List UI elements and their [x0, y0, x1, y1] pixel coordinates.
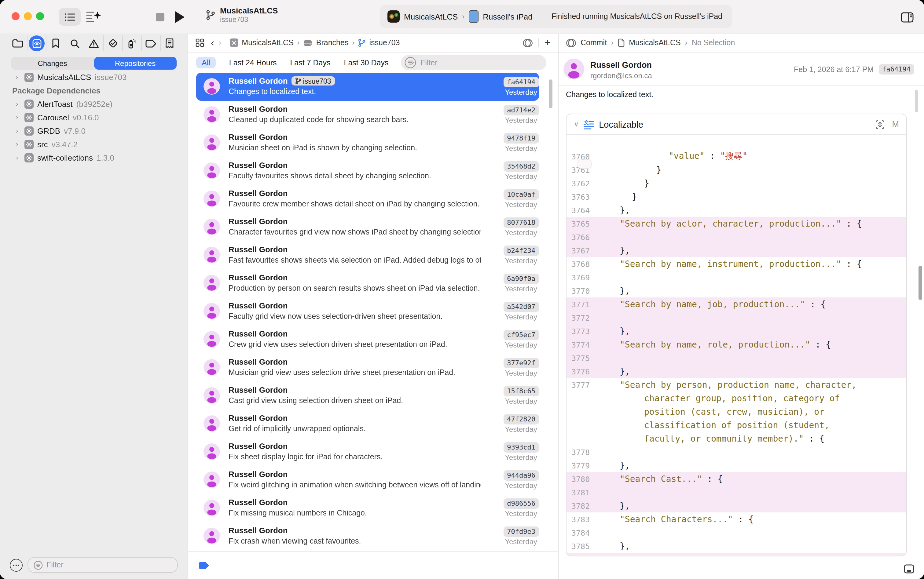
warning-icon — [88, 39, 99, 48]
commit-row[interactable]: Russell GordonGet rid of implicitly unwr… — [196, 410, 539, 438]
related-items-icon[interactable] — [195, 38, 204, 47]
history-filter-input[interactable]: Filter — [401, 55, 546, 70]
back-button[interactable]: ‹ — [211, 37, 214, 48]
tab-breakpoint-navigator[interactable] — [142, 36, 161, 51]
commit-row[interactable]: Russell GordonFix crash when viewing cas… — [196, 522, 539, 550]
commit-row[interactable]: Russell GordonFix missing musical number… — [196, 494, 539, 522]
add-editor-icon[interactable]: + — [544, 37, 550, 49]
tree-item-package[interactable]: ›AlertToast(b39252e) — [0, 97, 188, 111]
commit-row[interactable]: Russell GordonFaculty favourites shows d… — [196, 157, 539, 185]
list-icon — [64, 13, 75, 21]
breadcrumb-branch[interactable]: issue703 — [369, 38, 400, 47]
scope-tab-30d[interactable]: Last 30 Days — [344, 58, 389, 67]
tab-debug-navigator[interactable] — [123, 36, 141, 51]
commit-row[interactable]: Russell GordonFavourite crew member show… — [196, 185, 539, 213]
zoom-window-button[interactable] — [36, 12, 44, 20]
scope-tab-all[interactable]: All — [196, 57, 216, 69]
editor-bottom-bar-toggle[interactable] — [904, 564, 914, 574]
file-status-badge: M — [892, 120, 899, 129]
commit-row[interactable]: Russell GordonFaculty grid view now uses… — [196, 298, 539, 325]
disclosure-chevron-icon[interactable]: › — [16, 154, 21, 161]
commit-hash-badge: 70fd9e3 — [503, 527, 539, 537]
tab-repositories[interactable]: Repositories — [94, 57, 177, 70]
compose-intelligence-button[interactable] — [85, 8, 103, 25]
close-window-button[interactable] — [11, 12, 20, 20]
commit-date: Yesterday — [505, 538, 537, 546]
tree-item-package[interactable]: ›srcv3.47.2 — [0, 137, 188, 151]
commit-hash-badge: 47f2820 — [503, 414, 539, 424]
tree-item-package[interactable]: ›Carouselv0.16.0 — [0, 111, 188, 124]
commit-date: Yesterday — [505, 172, 537, 181]
detail-scrollbar[interactable] — [919, 266, 922, 300]
filter-options-button[interactable] — [10, 559, 23, 571]
collapse-chevron-icon[interactable]: ∨ — [574, 120, 579, 128]
commit-date: Yesterday — [505, 88, 537, 96]
tab-issue-navigator[interactable] — [85, 36, 103, 51]
code-line: 3780"Search Cast..." : { — [567, 472, 906, 486]
toggle-inspector-button[interactable] — [898, 10, 916, 25]
tab-source-control-navigator[interactable] — [28, 36, 46, 51]
tab-project-navigator[interactable] — [8, 36, 28, 51]
disclosure-chevron-icon[interactable]: › — [16, 141, 21, 148]
inspector-panel-icon — [901, 12, 913, 22]
commit-row[interactable]: Russell GordonMusician sheet on iPad is … — [196, 129, 539, 157]
forward-button[interactable]: › — [218, 37, 222, 48]
sidebar-filter-input[interactable]: Filter — [28, 557, 178, 573]
repo-icon — [25, 72, 34, 82]
activity-status: Finished running MusicalsAtLCS on Russel… — [552, 5, 722, 28]
breadcrumb-repo[interactable]: MusicalsAtLCS — [242, 38, 294, 47]
package-version: 1.3.0 — [97, 153, 114, 162]
breadcrumb-root[interactable]: Commit — [580, 38, 607, 47]
collapsed-region-indicator[interactable] — [578, 159, 591, 168]
scheme-selector[interactable]: MusicalsAtLCS › Russell's iPad — [387, 5, 532, 28]
expand-diff-icon[interactable] — [875, 119, 885, 130]
breadcrumb-group[interactable]: Branches — [316, 38, 349, 47]
tree-item-package[interactable]: ›GRDBv7.9.0 — [0, 124, 188, 137]
filter-icon — [34, 560, 43, 569]
commit-hash-badge: fa64194 — [503, 77, 539, 87]
stop-button[interactable] — [156, 13, 164, 21]
tree-item-package[interactable]: ›swift-collections1.3.0 — [0, 151, 188, 164]
counterparts-icon[interactable] — [566, 38, 576, 47]
tree-item-repository[interactable]: › MusicalsAtLCS issue703 — [0, 70, 188, 84]
commit-author: Russell Gordon — [229, 329, 288, 339]
tab-changes[interactable]: Changes — [11, 57, 94, 70]
commit-row[interactable]: Russell GordonCast grid view using selec… — [196, 382, 539, 410]
commit-row[interactable]: Russell GordonFix sheet display logic fo… — [196, 438, 539, 466]
code-line: 3775 — [567, 351, 906, 365]
commit-row[interactable]: Russell GordonFix weird glitching in ani… — [196, 466, 539, 494]
commit-row[interactable]: Russell GordonMusician grid view uses se… — [196, 353, 539, 382]
file-diff-header[interactable]: ∨ 文 Localizable M — [567, 114, 906, 135]
commit-row[interactable]: Russell GordonProduction by person on se… — [196, 269, 539, 298]
filter-icon — [405, 57, 416, 69]
message-scrollbar[interactable] — [915, 90, 918, 112]
commit-row[interactable]: Russell GordonCrew grid view uses select… — [196, 325, 539, 353]
commit-author: Russell Gordon — [229, 526, 288, 535]
minimize-window-button[interactable] — [24, 12, 32, 20]
commit-row[interactable]: Russell GordonCharacter favourites grid … — [196, 213, 539, 241]
commit-row[interactable]: Russell GordonFast favourites shows shee… — [196, 241, 539, 269]
breadcrumb-file[interactable]: MusicalsAtLCS — [629, 38, 681, 47]
code-line: 3785}, — [567, 539, 906, 553]
disclosure-chevron-icon[interactable]: › — [16, 127, 21, 134]
branch-tag-icon[interactable] — [198, 561, 210, 570]
run-button[interactable] — [175, 11, 185, 23]
scope-tab-24h[interactable]: Last 24 Hours — [229, 58, 277, 67]
toggle-navigator-button[interactable] — [59, 8, 81, 26]
code-line: 3769 — [567, 271, 906, 284]
commit-list-scrollbar[interactable] — [549, 79, 552, 108]
commit-message: Get rid of implicitly unwrapped optional… — [229, 424, 481, 433]
disclosure-chevron-icon[interactable]: › — [16, 114, 21, 121]
commit-message: Character favourites grid view now shows… — [229, 228, 481, 236]
commit-row[interactable]: Russell Gordonissue703Changes to localiz… — [196, 73, 539, 101]
commit-row[interactable]: Russell GordonCleaned up duplicated code… — [196, 101, 539, 129]
commit-hash-badge: 377e92f — [503, 358, 539, 368]
tab-test-navigator[interactable] — [103, 36, 123, 51]
tab-report-navigator[interactable] — [161, 36, 179, 51]
tab-find-navigator[interactable] — [66, 36, 85, 51]
disclosure-chevron-icon[interactable]: › — [16, 73, 21, 81]
tab-bookmarks-navigator[interactable] — [46, 36, 66, 51]
counterparts-icon[interactable] — [523, 38, 533, 47]
scope-tab-7d[interactable]: Last 7 Days — [290, 58, 330, 67]
disclosure-chevron-icon[interactable]: › — [16, 100, 21, 108]
